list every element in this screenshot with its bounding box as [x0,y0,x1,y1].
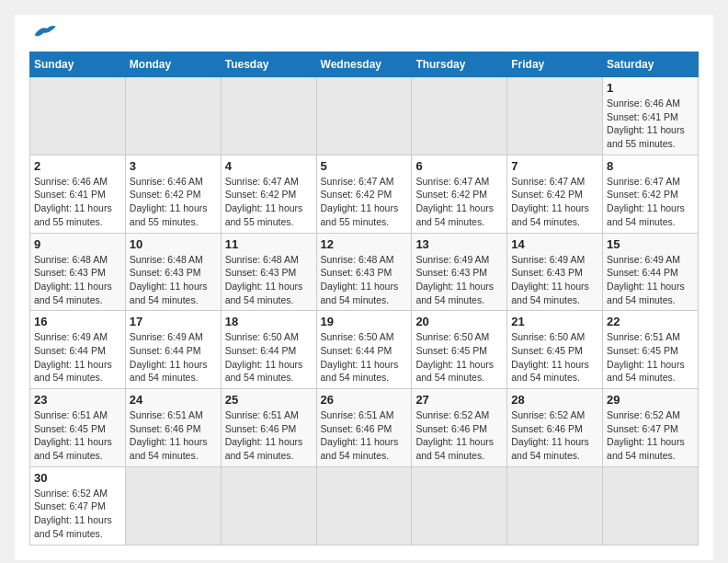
day-number: 22 [607,315,694,328]
day-number: 4 [225,159,313,173]
day-number: 16 [34,315,121,328]
calendar-cell: 26Sunrise: 6:51 AM Sunset: 6:46 PM Dayli… [316,389,412,467]
calendar-cell: 4Sunrise: 6:47 AM Sunset: 6:42 PM Daylig… [221,155,316,233]
calendar-week-1: 1Sunrise: 6:46 AM Sunset: 6:41 PM Daylig… [30,77,699,155]
day-info: Sunrise: 6:48 AM Sunset: 6:43 PM Dayligh… [130,253,217,307]
day-info: Sunrise: 6:50 AM Sunset: 6:45 PM Dayligh… [511,330,598,385]
day-number: 20 [415,315,503,328]
calendar-cell: 3Sunrise: 6:46 AM Sunset: 6:42 PM Daylig… [125,155,221,233]
day-info: Sunrise: 6:52 AM Sunset: 6:47 PM Dayligh… [34,487,121,541]
calendar-cell: 20Sunrise: 6:50 AM Sunset: 6:45 PM Dayli… [412,311,507,389]
day-number: 17 [130,315,217,328]
calendar-page: SundayMondayTuesdayWednesdayThursdayFrid… [15,15,713,560]
calendar-table: SundayMondayTuesdayWednesdayThursdayFrid… [29,52,699,546]
day-info: Sunrise: 6:50 AM Sunset: 6:45 PM Dayligh… [415,330,503,385]
day-info: Sunrise: 6:51 AM Sunset: 6:46 PM Dayligh… [130,408,217,463]
day-number: 5 [321,159,408,173]
calendar-cell: 25Sunrise: 6:51 AM Sunset: 6:46 PM Dayli… [221,389,316,467]
day-number: 26 [321,393,408,407]
calendar-cell: 15Sunrise: 6:49 AM Sunset: 6:44 PM Dayli… [603,233,699,311]
calendar-cell: 24Sunrise: 6:51 AM Sunset: 6:46 PM Dayli… [125,389,221,467]
header-wednesday: Wednesday [316,52,412,77]
day-number: 25 [225,393,313,407]
day-number: 29 [607,393,694,407]
day-number: 15 [607,237,694,251]
day-info: Sunrise: 6:48 AM Sunset: 6:43 PM Dayligh… [321,253,408,307]
day-info: Sunrise: 6:51 AM Sunset: 6:46 PM Dayligh… [321,408,408,463]
calendar-cell: 22Sunrise: 6:51 AM Sunset: 6:45 PM Dayli… [603,311,699,389]
calendar-cell: 13Sunrise: 6:49 AM Sunset: 6:43 PM Dayli… [412,233,507,311]
calendar-cell [125,77,221,155]
calendar-cell: 17Sunrise: 6:49 AM Sunset: 6:44 PM Dayli… [125,311,221,389]
calendar-cell [30,77,126,155]
calendar-cell: 21Sunrise: 6:50 AM Sunset: 6:45 PM Dayli… [507,311,603,389]
day-number: 8 [607,159,694,173]
day-info: Sunrise: 6:47 AM Sunset: 6:42 PM Dayligh… [225,175,313,229]
day-info: Sunrise: 6:52 AM Sunset: 6:46 PM Dayligh… [415,408,503,463]
calendar-cell: 12Sunrise: 6:48 AM Sunset: 6:43 PM Dayli… [316,233,412,311]
header-thursday: Thursday [412,52,507,77]
day-info: Sunrise: 6:48 AM Sunset: 6:43 PM Dayligh… [34,253,121,307]
calendar-cell: 27Sunrise: 6:52 AM Sunset: 6:46 PM Dayli… [412,389,507,467]
calendar-cell: 1Sunrise: 6:46 AM Sunset: 6:41 PM Daylig… [603,77,699,155]
day-number: 30 [34,471,121,485]
day-info: Sunrise: 6:49 AM Sunset: 6:44 PM Dayligh… [34,330,121,385]
day-info: Sunrise: 6:47 AM Sunset: 6:42 PM Dayligh… [321,175,408,229]
day-info: Sunrise: 6:47 AM Sunset: 6:42 PM Dayligh… [607,175,694,229]
day-info: Sunrise: 6:50 AM Sunset: 6:44 PM Dayligh… [321,330,408,385]
day-info: Sunrise: 6:46 AM Sunset: 6:41 PM Dayligh… [34,175,121,229]
calendar-week-5: 23Sunrise: 6:51 AM Sunset: 6:45 PM Dayli… [30,389,699,467]
day-number: 2 [34,159,121,173]
calendar-body: 1Sunrise: 6:46 AM Sunset: 6:41 PM Daylig… [30,77,699,546]
day-info: Sunrise: 6:47 AM Sunset: 6:42 PM Dayligh… [511,175,598,229]
calendar-header: SundayMondayTuesdayWednesdayThursdayFrid… [30,52,699,77]
header-monday: Monday [125,52,221,77]
day-number: 1 [607,81,694,95]
day-number: 14 [511,237,598,251]
calendar-cell [412,77,507,155]
calendar-cell: 18Sunrise: 6:50 AM Sunset: 6:44 PM Dayli… [221,311,316,389]
calendar-cell [316,77,412,155]
calendar-cell: 11Sunrise: 6:48 AM Sunset: 6:43 PM Dayli… [221,233,316,311]
day-number: 9 [34,237,121,251]
calendar-cell: 30Sunrise: 6:52 AM Sunset: 6:47 PM Dayli… [30,466,126,545]
calendar-cell: 2Sunrise: 6:46 AM Sunset: 6:41 PM Daylig… [30,155,126,233]
calendar-cell: 16Sunrise: 6:49 AM Sunset: 6:44 PM Dayli… [30,311,126,389]
day-info: Sunrise: 6:52 AM Sunset: 6:46 PM Dayligh… [511,408,598,463]
calendar-cell [221,77,316,155]
calendar-cell: 28Sunrise: 6:52 AM Sunset: 6:46 PM Dayli… [507,389,603,467]
calendar-cell [125,466,221,545]
calendar-cell: 29Sunrise: 6:52 AM Sunset: 6:47 PM Dayli… [603,389,699,467]
day-number: 6 [415,159,503,173]
day-info: Sunrise: 6:46 AM Sunset: 6:42 PM Dayligh… [130,175,217,229]
day-info: Sunrise: 6:48 AM Sunset: 6:43 PM Dayligh… [225,253,313,307]
day-number: 3 [130,159,217,173]
logo [29,29,57,40]
calendar-cell [221,466,316,545]
day-info: Sunrise: 6:49 AM Sunset: 6:44 PM Dayligh… [130,330,217,385]
calendar-cell [316,466,412,545]
day-number: 18 [225,315,313,328]
calendar-cell [412,466,507,545]
header-sunday: Sunday [30,52,126,77]
day-number: 10 [130,237,217,251]
day-number: 12 [321,237,408,251]
day-number: 19 [321,315,408,328]
day-number: 24 [130,393,217,407]
day-info: Sunrise: 6:50 AM Sunset: 6:44 PM Dayligh… [225,330,313,385]
day-info: Sunrise: 6:49 AM Sunset: 6:43 PM Dayligh… [511,253,598,307]
day-number: 27 [415,393,503,407]
calendar-cell [603,466,699,545]
day-info: Sunrise: 6:46 AM Sunset: 6:41 PM Dayligh… [607,97,694,151]
calendar-cell [507,77,603,155]
day-number: 28 [511,393,598,407]
day-info: Sunrise: 6:51 AM Sunset: 6:45 PM Dayligh… [607,330,694,385]
calendar-cell: 8Sunrise: 6:47 AM Sunset: 6:42 PM Daylig… [603,155,699,233]
day-info: Sunrise: 6:49 AM Sunset: 6:43 PM Dayligh… [415,253,503,307]
day-number: 13 [415,237,503,251]
calendar-week-2: 2Sunrise: 6:46 AM Sunset: 6:41 PM Daylig… [30,155,699,233]
calendar-cell: 23Sunrise: 6:51 AM Sunset: 6:45 PM Dayli… [30,389,126,467]
day-info: Sunrise: 6:47 AM Sunset: 6:42 PM Dayligh… [415,175,503,229]
calendar-cell: 19Sunrise: 6:50 AM Sunset: 6:44 PM Dayli… [316,311,412,389]
day-info: Sunrise: 6:51 AM Sunset: 6:45 PM Dayligh… [34,408,121,463]
